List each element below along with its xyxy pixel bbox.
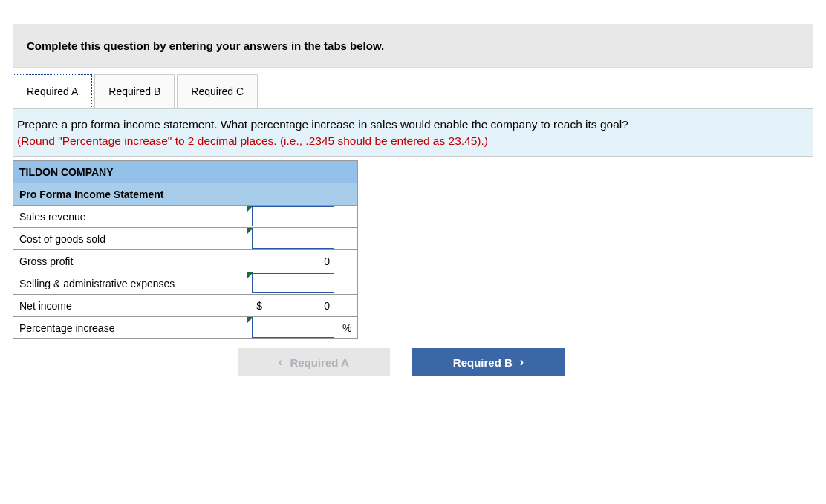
chevron-right-icon: ›	[520, 356, 524, 368]
tab-label: Required B	[108, 85, 160, 97]
proforma-table: TILDON COMPANY Pro Forma Income Statemen…	[13, 160, 358, 339]
header-instruction: Complete this question by entering your …	[13, 24, 813, 68]
editable-box[interactable]	[252, 229, 334, 249]
unit-cell	[336, 228, 358, 250]
value-gross-profit: 0	[247, 250, 336, 272]
prev-label: Required A	[290, 356, 348, 369]
tab-required-b[interactable]: Required B	[94, 74, 175, 108]
editable-box[interactable]	[252, 206, 334, 226]
editable-box[interactable]	[252, 273, 334, 293]
unit-cell	[336, 295, 358, 317]
value-text: 0	[247, 252, 336, 271]
prev-button[interactable]: ‹ Required A	[238, 348, 390, 376]
value-text: 0	[324, 300, 330, 312]
input-pct-increase[interactable]	[247, 317, 336, 339]
instruction-bar: Prepare a pro forma income statement. Wh…	[13, 108, 813, 157]
row-label-net-income: Net income	[13, 295, 247, 317]
unit-cell	[336, 206, 358, 228]
input-sales-revenue[interactable]	[247, 206, 336, 228]
tabs-row: Required A Required B Required C	[13, 74, 826, 108]
input-sga[interactable]	[247, 272, 336, 295]
currency-symbol: $	[253, 300, 262, 312]
table-row: Selling & administrative expenses	[13, 272, 358, 295]
tab-required-a[interactable]: Required A	[13, 74, 92, 108]
table-row: Sales revenue	[13, 206, 358, 228]
question-container: Complete this question by entering your …	[0, 24, 826, 504]
table-row: Net income $ 0	[13, 295, 358, 317]
tab-required-c[interactable]: Required C	[177, 74, 258, 108]
row-label-pct-increase: Percentage increase	[13, 317, 247, 339]
chevron-left-icon: ‹	[279, 356, 282, 368]
tab-label: Required A	[27, 85, 78, 97]
unit-cell-percent: %	[336, 317, 358, 339]
table-row: Percentage increase %	[13, 317, 358, 339]
editable-box[interactable]	[252, 318, 334, 338]
table-row: Gross profit 0	[13, 250, 358, 272]
prompt-note: (Round "Percentage increase" to 2 decima…	[17, 134, 488, 147]
unit-cell	[336, 250, 358, 272]
unit-cell	[336, 272, 358, 295]
row-label-sales-revenue: Sales revenue	[13, 206, 247, 228]
input-cogs[interactable]	[247, 228, 336, 250]
table-row: Cost of goods sold	[13, 228, 358, 250]
header-instruction-text: Complete this question by entering your …	[27, 39, 384, 52]
next-label: Required B	[453, 356, 513, 369]
row-label-gross-profit: Gross profit	[13, 250, 247, 272]
nav-row: ‹ Required A Required B ›	[238, 348, 826, 376]
value-net-income: $ 0	[247, 295, 336, 317]
table-title-company: TILDON COMPANY	[13, 161, 358, 183]
tab-label: Required C	[191, 85, 244, 97]
prompt-main: Prepare a pro forma income statement. Wh…	[17, 118, 628, 131]
row-label-cogs: Cost of goods sold	[13, 228, 247, 250]
table-title-statement: Pro Forma Income Statement	[13, 183, 358, 206]
row-label-sga: Selling & administrative expenses	[13, 272, 247, 295]
next-button[interactable]: Required B ›	[412, 348, 565, 376]
